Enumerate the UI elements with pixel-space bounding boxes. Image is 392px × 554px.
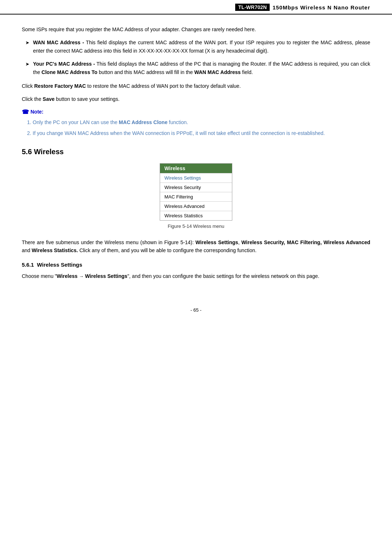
ws-bold-wireless: Wireless xyxy=(57,273,77,279)
menu-item-wireless-security[interactable]: Wireless Security xyxy=(160,182,232,192)
pc-mac-label: Your PC's MAC Address - xyxy=(33,61,95,67)
save-bold: Save xyxy=(43,96,55,102)
wan-mac-bold: WAN MAC Address xyxy=(194,69,241,75)
after-menu-para: There are five submenus under the Wirele… xyxy=(22,238,370,255)
bullet-item-pc: ➤ Your PC's MAC Address - This field dis… xyxy=(25,60,370,76)
menu-item-wireless-settings[interactable]: Wireless Settings xyxy=(160,173,232,182)
wireless-menu-container: Wireless Wireless Settings Wireless Secu… xyxy=(22,163,370,235)
main-content: Some ISPs require that you register the … xyxy=(0,22,392,300)
page-number: - 65 - xyxy=(191,307,201,313)
note-item-1: Only the PC on your LAN can use the MAC … xyxy=(33,118,370,126)
section-56-title: Wireless xyxy=(34,148,64,156)
bullet-arrow-2: ➤ xyxy=(25,61,29,68)
after-menu-bold2: Wireless Security, MAC Filtering, Wirele… xyxy=(241,239,370,245)
intro-paragraph: Some ISPs require that you register the … xyxy=(22,25,370,33)
bullet-arrow-1: ➤ xyxy=(25,39,29,47)
save-para: Click the Save button to save your setti… xyxy=(22,95,370,103)
after-menu-bold1: Wireless Settings xyxy=(196,239,238,245)
figure-caption: Figure 5-14 Wireless menu xyxy=(168,223,224,229)
model-badge: TL-WR702N xyxy=(235,4,270,11)
note-title-text: Note: xyxy=(30,109,44,115)
restore-para: Click Restore Factory MAC to restore the… xyxy=(22,82,370,90)
note-section: ☎ Note: Only the PC on your LAN can use … xyxy=(22,108,370,138)
bullet-item-wan: ➤ WAN MAC Address - This field displays … xyxy=(25,38,370,55)
menu-header: Wireless xyxy=(160,164,232,173)
note-list: Only the PC on your LAN can use the MAC … xyxy=(33,118,370,138)
page-footer: - 65 - xyxy=(0,300,392,324)
note-title: ☎ Note: xyxy=(22,108,370,115)
section-56-number: 5.6 xyxy=(22,148,32,156)
restore-bold: Restore Factory MAC xyxy=(34,83,86,89)
bullet-content-pc: Your PC's MAC Address - This field displ… xyxy=(33,60,370,76)
wireless-settings-para: Choose menu "Wireless → Wireless Setting… xyxy=(22,272,370,280)
clone-mac-bold: Clone MAC Address To xyxy=(41,69,97,75)
page-container: TL-WR702N 150Mbps Wireless N Nano Router… xyxy=(0,0,392,554)
router-title: 150Mbps Wireless N Nano Router xyxy=(273,4,370,11)
ws-bold-settings: Wireless Settings xyxy=(85,273,127,279)
after-menu-bold3: Wireless Statistics. xyxy=(32,247,78,253)
section-561-number: 5.6.1 xyxy=(22,262,34,268)
section-561-heading: 5.6.1 Wireless Settings xyxy=(22,262,370,268)
wan-mac-label: WAN MAC Address - xyxy=(33,40,84,45)
section-561-title: Wireless Settings xyxy=(37,262,82,268)
section-56-heading: 5.6 Wireless xyxy=(22,148,370,156)
note-phone-icon: ☎ xyxy=(22,108,29,115)
page-header: TL-WR702N 150Mbps Wireless N Nano Router xyxy=(0,0,392,15)
menu-item-wireless-statistics[interactable]: Wireless Statistics xyxy=(160,211,232,220)
bullet-content-wan: WAN MAC Address - This field displays th… xyxy=(33,38,370,55)
menu-item-wireless-advanced[interactable]: Wireless Advanced xyxy=(160,201,232,211)
bullet-list: ➤ WAN MAC Address - This field displays … xyxy=(25,38,370,76)
menu-item-mac-filtering[interactable]: MAC Filtering xyxy=(160,192,232,201)
note-item-2: If you change WAN MAC Address when the W… xyxy=(33,129,370,137)
mac-address-clone-bold: MAC Address Clone xyxy=(119,119,167,125)
ws-arrow: → xyxy=(79,274,83,279)
wireless-menu: Wireless Wireless Settings Wireless Secu… xyxy=(160,163,232,221)
